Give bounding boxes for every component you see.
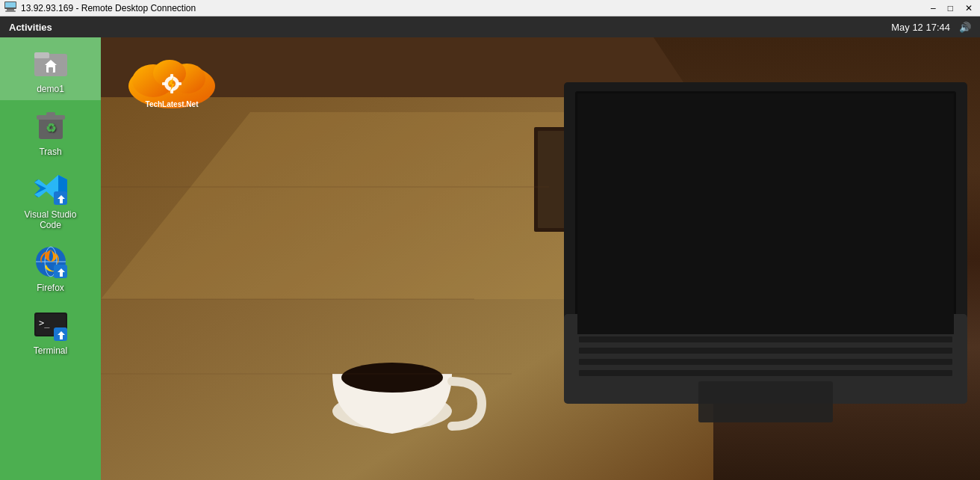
close-button[interactable]: ✕ (962, 3, 976, 13)
vscode-label: Visual Studio Code (25, 209, 77, 230)
svg-text:♻: ♻ (46, 122, 56, 135)
svg-text:>_: >_ (39, 318, 50, 328)
svg-rect-2 (5, 10, 16, 12)
desktop-wallpaper: TechLatest.Net (101, 37, 980, 480)
svg-point-41 (341, 363, 443, 393)
svg-rect-54 (177, 82, 182, 85)
svg-rect-12 (46, 112, 55, 116)
sidebar-item-vscode[interactable]: Visual Studio Code (0, 163, 101, 236)
svg-rect-9 (49, 67, 53, 73)
maximize-button[interactable]: □ (945, 3, 956, 13)
title-bar-left: 13.92.93.169 - Remote Desktop Connection (4, 1, 196, 14)
minimize-button[interactable]: – (928, 3, 939, 13)
activities-label[interactable]: Activities (9, 22, 52, 33)
svg-rect-39 (577, 93, 954, 334)
svg-rect-37 (579, 370, 952, 376)
desktop-sidebar: demo1 ♻ Trash (0, 37, 101, 480)
demo1-label: demo1 (37, 84, 64, 94)
title-bar-controls: – □ ✕ (928, 3, 976, 13)
svg-rect-1 (7, 9, 14, 10)
svg-rect-38 (698, 381, 833, 422)
title-bar-text: 13.92.93.169 - Remote Desktop Connection (21, 3, 196, 13)
firefox-icon (33, 244, 69, 280)
sidebar-item-firefox[interactable]: Firefox (0, 236, 101, 299)
svg-rect-36 (579, 359, 952, 365)
title-bar: 13.92.93.169 - Remote Desktop Connection… (0, 0, 980, 16)
folder-icon (33, 45, 69, 81)
taskbar-right: May 12 17:44 🔊 (891, 22, 971, 33)
main-area: demo1 ♻ Trash (0, 37, 980, 480)
trash-icon: ♻ (33, 108, 69, 144)
svg-text:TechLatest.Net: TechLatest.Net (146, 100, 199, 108)
sidebar-item-demo1[interactable]: demo1 (0, 37, 101, 100)
svg-rect-6 (34, 52, 49, 58)
terminal-label: Terminal (34, 345, 67, 356)
svg-rect-34 (579, 336, 952, 342)
techlatest-logo: TechLatest.Net (123, 52, 220, 112)
datetime-label: May 12 17:44 (891, 22, 950, 33)
techlatest-cloud-svg: TechLatest.Net (123, 52, 220, 112)
trash-label: Trash (39, 147, 61, 157)
vscode-icon (33, 170, 69, 206)
svg-rect-35 (579, 348, 952, 354)
sidebar-item-trash[interactable]: ♻ Trash (0, 100, 101, 163)
terminal-icon: >_ (33, 307, 69, 342)
svg-rect-3 (5, 2, 16, 7)
firefox-label: Firefox (37, 283, 64, 293)
sidebar-item-terminal[interactable]: >_ Terminal (0, 299, 101, 362)
wallpaper-svg (101, 37, 980, 480)
volume-icon[interactable]: 🔊 (959, 22, 971, 33)
svg-rect-53 (162, 82, 167, 85)
title-bar-icon (4, 1, 16, 14)
taskbar: Activities May 12 17:44 🔊 (0, 16, 980, 37)
